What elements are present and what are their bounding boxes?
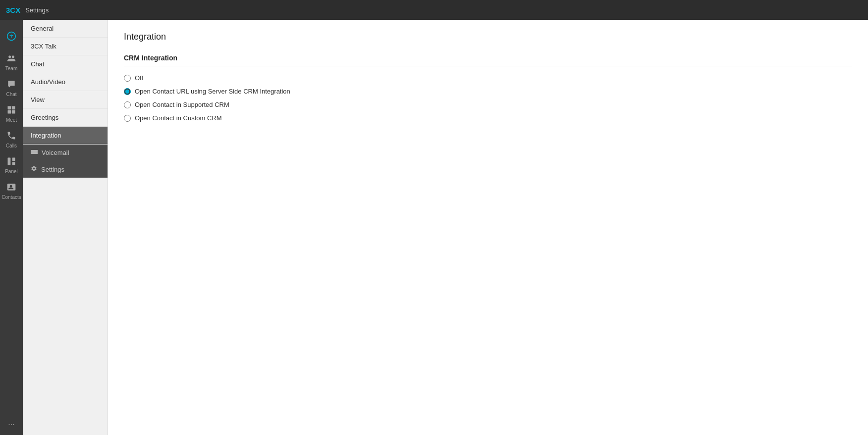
sidebar-item-integration[interactable]: Integration xyxy=(23,127,108,145)
settings-icon xyxy=(31,165,37,173)
settings-sidebar: General 3CX Talk Chat Audio/Video View G… xyxy=(23,20,108,435)
more-button[interactable]: ··· xyxy=(8,420,14,429)
svg-rect-3 xyxy=(8,106,11,110)
contacts-icon xyxy=(6,182,16,193)
radio-supported-crm-label[interactable]: Open Contact in Supported CRM xyxy=(135,101,229,108)
crm-section-title: CRM Integration xyxy=(124,54,852,66)
nav-item-meet-label: Meet xyxy=(6,118,17,123)
radio-custom-crm[interactable] xyxy=(124,115,131,122)
svg-rect-5 xyxy=(8,110,11,114)
panel-icon xyxy=(6,156,16,168)
nav-item-team[interactable]: Team xyxy=(0,49,23,75)
sidebar-item-chat[interactable]: Chat xyxy=(23,55,108,73)
nav-item-calls[interactable]: Calls xyxy=(0,127,23,152)
sidebar-item-3cxtalk[interactable]: 3CX Talk xyxy=(23,38,108,55)
nav-item-contacts[interactable]: Contacts xyxy=(0,178,23,204)
nav-item-meet[interactable]: Meet xyxy=(0,101,23,127)
radio-supported-crm[interactable] xyxy=(124,101,131,108)
svg-rect-6 xyxy=(12,110,15,114)
chat-icon xyxy=(6,79,16,91)
radio-server-side-label[interactable]: Open Contact URL using Server Side CRM I… xyxy=(135,88,290,95)
main-layout: Team Chat Meet xyxy=(0,20,868,435)
sidebar-item-audiovideo[interactable]: Audio/Video xyxy=(23,73,108,91)
nav-item-calls-label: Calls xyxy=(6,144,17,148)
radio-off[interactable] xyxy=(124,75,131,82)
sidebar-item-voicemail-label: Voicemail xyxy=(42,149,69,156)
crm-radio-group: Off Open Contact URL using Server Side C… xyxy=(124,74,852,122)
content-area: Integration CRM Integration Off Open Con… xyxy=(108,20,868,435)
nav-item-team-label: Team xyxy=(5,66,17,71)
radio-custom-crm-label[interactable]: Open Contact in Custom CRM xyxy=(135,114,222,122)
svg-rect-8 xyxy=(12,158,15,161)
page-title: Integration xyxy=(124,32,852,42)
svg-point-1 xyxy=(8,55,11,58)
sidebar-item-voicemail[interactable]: Voicemail xyxy=(23,145,108,161)
svg-rect-4 xyxy=(12,106,15,110)
radio-item-supported-crm[interactable]: Open Contact in Supported CRM xyxy=(124,101,852,108)
home-icon xyxy=(6,31,16,43)
app-title: Settings xyxy=(25,6,49,14)
voicemail-icon xyxy=(31,149,38,156)
radio-item-server-side[interactable]: Open Contact URL using Server Side CRM I… xyxy=(124,88,852,95)
sidebar-item-general[interactable]: General xyxy=(23,20,108,38)
calls-icon xyxy=(6,131,16,142)
nav-item-contacts-label: Contacts xyxy=(1,195,21,200)
settings-nav-group: Voicemail Settings xyxy=(23,145,108,178)
nav-item-chat[interactable]: Chat xyxy=(0,75,23,101)
nav-item-panel[interactable]: Panel xyxy=(0,152,23,178)
icon-nav: Team Chat Meet xyxy=(0,20,23,435)
sidebar-item-greetings[interactable]: Greetings xyxy=(23,109,108,127)
radio-item-off[interactable]: Off xyxy=(124,74,852,82)
nav-item-panel-label: Panel xyxy=(5,169,18,174)
radio-off-label[interactable]: Off xyxy=(135,74,143,82)
radio-server-side[interactable] xyxy=(124,88,131,95)
sidebar-item-settings[interactable]: Settings xyxy=(23,161,108,178)
nav-item-home[interactable] xyxy=(0,24,23,49)
sidebar-item-settings-label: Settings xyxy=(41,166,64,173)
svg-rect-7 xyxy=(8,158,11,165)
meet-icon xyxy=(6,105,16,116)
nav-item-chat-label: Chat xyxy=(6,92,16,97)
radio-item-custom-crm[interactable]: Open Contact in Custom CRM xyxy=(124,114,852,122)
sidebar-item-view[interactable]: View xyxy=(23,91,108,109)
svg-rect-9 xyxy=(12,162,15,165)
topbar: 3CX Settings xyxy=(0,0,868,20)
svg-point-2 xyxy=(12,55,14,58)
app-logo: 3CX xyxy=(6,6,20,14)
team-icon xyxy=(6,53,16,65)
